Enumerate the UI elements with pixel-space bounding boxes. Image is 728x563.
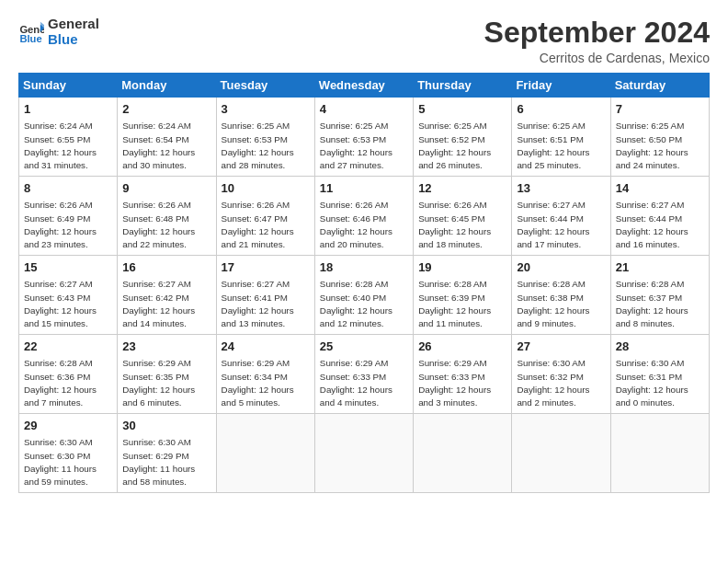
logo-icon: General Blue bbox=[18, 19, 44, 45]
day-number: 13 bbox=[517, 180, 605, 197]
table-row: 30Sunrise: 6:30 AMSunset: 6:29 PMDayligh… bbox=[118, 414, 216, 493]
day-info: Sunrise: 6:30 AMSunset: 6:32 PMDaylight:… bbox=[517, 357, 605, 409]
table-row: 22Sunrise: 6:28 AMSunset: 6:36 PMDayligh… bbox=[19, 335, 118, 414]
table-row: 23Sunrise: 6:29 AMSunset: 6:35 PMDayligh… bbox=[118, 335, 216, 414]
day-number: 17 bbox=[222, 259, 310, 276]
col-tuesday: Tuesday bbox=[216, 74, 314, 98]
day-number: 28 bbox=[616, 339, 704, 355]
day-info: Sunrise: 6:27 AMSunset: 6:43 PMDaylight:… bbox=[24, 278, 112, 330]
col-friday: Friday bbox=[512, 74, 610, 98]
table-row: 26Sunrise: 6:29 AMSunset: 6:33 PMDayligh… bbox=[414, 335, 512, 414]
day-number: 14 bbox=[616, 180, 704, 197]
day-info: Sunrise: 6:26 AMSunset: 6:47 PMDaylight:… bbox=[222, 199, 310, 251]
subtitle: Cerritos de Cardenas, Mexico bbox=[484, 51, 710, 65]
day-number: 11 bbox=[320, 180, 408, 197]
table-row: 5Sunrise: 6:25 AMSunset: 6:52 PMDaylight… bbox=[414, 98, 512, 177]
col-thursday: Thursday bbox=[414, 74, 512, 98]
day-number: 18 bbox=[320, 259, 408, 276]
table-row: 18Sunrise: 6:28 AMSunset: 6:40 PMDayligh… bbox=[314, 256, 413, 335]
day-info: Sunrise: 6:25 AMSunset: 6:53 PMDaylight:… bbox=[222, 120, 310, 172]
day-number: 26 bbox=[418, 339, 506, 355]
table-row: 3Sunrise: 6:25 AMSunset: 6:53 PMDaylight… bbox=[216, 98, 314, 177]
table-row bbox=[512, 414, 610, 493]
day-number: 24 bbox=[222, 339, 310, 355]
main-title: September 2024 bbox=[484, 17, 710, 49]
calendar-week-row: 15Sunrise: 6:27 AMSunset: 6:43 PMDayligh… bbox=[19, 256, 710, 335]
table-row: 21Sunrise: 6:28 AMSunset: 6:37 PMDayligh… bbox=[610, 256, 709, 335]
day-number: 5 bbox=[418, 101, 506, 118]
day-number: 20 bbox=[517, 259, 605, 276]
calendar-week-row: 8Sunrise: 6:26 AMSunset: 6:49 PMDaylight… bbox=[19, 177, 710, 256]
day-info: Sunrise: 6:26 AMSunset: 6:48 PMDaylight:… bbox=[122, 199, 210, 251]
day-info: Sunrise: 6:26 AMSunset: 6:46 PMDaylight:… bbox=[320, 199, 408, 251]
day-info: Sunrise: 6:28 AMSunset: 6:37 PMDaylight:… bbox=[616, 278, 704, 330]
calendar-week-row: 1Sunrise: 6:24 AMSunset: 6:55 PMDaylight… bbox=[19, 98, 710, 177]
day-info: Sunrise: 6:25 AMSunset: 6:53 PMDaylight:… bbox=[320, 120, 408, 172]
day-info: Sunrise: 6:27 AMSunset: 6:42 PMDaylight:… bbox=[122, 278, 210, 330]
day-number: 30 bbox=[122, 418, 210, 434]
table-row: 27Sunrise: 6:30 AMSunset: 6:32 PMDayligh… bbox=[512, 335, 610, 414]
day-info: Sunrise: 6:29 AMSunset: 6:35 PMDaylight:… bbox=[122, 357, 210, 409]
calendar-table: Sunday Monday Tuesday Wednesday Thursday… bbox=[18, 73, 710, 493]
table-row: 28Sunrise: 6:30 AMSunset: 6:31 PMDayligh… bbox=[610, 335, 709, 414]
day-number: 9 bbox=[122, 180, 210, 197]
table-row: 12Sunrise: 6:26 AMSunset: 6:45 PMDayligh… bbox=[414, 177, 512, 256]
day-info: Sunrise: 6:26 AMSunset: 6:45 PMDaylight:… bbox=[418, 199, 506, 251]
col-wednesday: Wednesday bbox=[314, 74, 413, 98]
day-info: Sunrise: 6:28 AMSunset: 6:36 PMDaylight:… bbox=[24, 357, 112, 409]
day-info: Sunrise: 6:28 AMSunset: 6:40 PMDaylight:… bbox=[320, 278, 408, 330]
day-info: Sunrise: 6:30 AMSunset: 6:30 PMDaylight:… bbox=[24, 436, 112, 488]
day-number: 22 bbox=[24, 339, 112, 355]
table-row bbox=[314, 414, 413, 493]
day-info: Sunrise: 6:30 AMSunset: 6:31 PMDaylight:… bbox=[616, 357, 704, 409]
col-sunday: Sunday bbox=[19, 74, 118, 98]
col-monday: Monday bbox=[118, 74, 216, 98]
day-info: Sunrise: 6:27 AMSunset: 6:44 PMDaylight:… bbox=[517, 199, 605, 251]
day-info: Sunrise: 6:27 AMSunset: 6:41 PMDaylight:… bbox=[222, 278, 310, 330]
day-info: Sunrise: 6:29 AMSunset: 6:34 PMDaylight:… bbox=[222, 357, 310, 409]
table-row: 19Sunrise: 6:28 AMSunset: 6:39 PMDayligh… bbox=[414, 256, 512, 335]
table-row: 16Sunrise: 6:27 AMSunset: 6:42 PMDayligh… bbox=[118, 256, 216, 335]
day-info: Sunrise: 6:29 AMSunset: 6:33 PMDaylight:… bbox=[418, 357, 506, 409]
logo: General Blue General Blue bbox=[18, 17, 99, 47]
day-number: 3 bbox=[222, 101, 310, 118]
day-number: 1 bbox=[24, 101, 112, 118]
day-info: Sunrise: 6:25 AMSunset: 6:52 PMDaylight:… bbox=[418, 120, 506, 172]
day-number: 6 bbox=[517, 101, 605, 118]
day-number: 12 bbox=[418, 180, 506, 197]
svg-text:Blue: Blue bbox=[19, 33, 41, 44]
day-number: 10 bbox=[222, 180, 310, 197]
table-row: 24Sunrise: 6:29 AMSunset: 6:34 PMDayligh… bbox=[216, 335, 314, 414]
day-number: 23 bbox=[122, 339, 210, 355]
table-row: 7Sunrise: 6:25 AMSunset: 6:50 PMDaylight… bbox=[610, 98, 709, 177]
table-row: 20Sunrise: 6:28 AMSunset: 6:38 PMDayligh… bbox=[512, 256, 610, 335]
day-number: 4 bbox=[320, 101, 408, 118]
col-saturday: Saturday bbox=[610, 74, 709, 98]
table-row bbox=[414, 414, 512, 493]
table-row: 2Sunrise: 6:24 AMSunset: 6:54 PMDaylight… bbox=[118, 98, 216, 177]
day-info: Sunrise: 6:24 AMSunset: 6:55 PMDaylight:… bbox=[24, 120, 112, 172]
table-row: 10Sunrise: 6:26 AMSunset: 6:47 PMDayligh… bbox=[216, 177, 314, 256]
day-number: 15 bbox=[24, 259, 112, 276]
header: General Blue General Blue September 2024… bbox=[18, 17, 710, 65]
day-info: Sunrise: 6:28 AMSunset: 6:39 PMDaylight:… bbox=[418, 278, 506, 330]
day-info: Sunrise: 6:25 AMSunset: 6:51 PMDaylight:… bbox=[517, 120, 605, 172]
table-row: 17Sunrise: 6:27 AMSunset: 6:41 PMDayligh… bbox=[216, 256, 314, 335]
table-row: 14Sunrise: 6:27 AMSunset: 6:44 PMDayligh… bbox=[610, 177, 709, 256]
day-info: Sunrise: 6:25 AMSunset: 6:50 PMDaylight:… bbox=[616, 120, 704, 172]
table-row: 8Sunrise: 6:26 AMSunset: 6:49 PMDaylight… bbox=[19, 177, 118, 256]
calendar-week-row: 22Sunrise: 6:28 AMSunset: 6:36 PMDayligh… bbox=[19, 335, 710, 414]
table-row: 4Sunrise: 6:25 AMSunset: 6:53 PMDaylight… bbox=[314, 98, 413, 177]
logo-line2: Blue bbox=[48, 32, 99, 48]
table-row: 29Sunrise: 6:30 AMSunset: 6:30 PMDayligh… bbox=[19, 414, 118, 493]
table-row: 11Sunrise: 6:26 AMSunset: 6:46 PMDayligh… bbox=[314, 177, 413, 256]
day-info: Sunrise: 6:24 AMSunset: 6:54 PMDaylight:… bbox=[122, 120, 210, 172]
page: General Blue General Blue September 2024… bbox=[0, 0, 728, 502]
day-info: Sunrise: 6:28 AMSunset: 6:38 PMDaylight:… bbox=[517, 278, 605, 330]
table-row: 1Sunrise: 6:24 AMSunset: 6:55 PMDaylight… bbox=[19, 98, 118, 177]
day-number: 19 bbox=[418, 259, 506, 276]
day-info: Sunrise: 6:29 AMSunset: 6:33 PMDaylight:… bbox=[320, 357, 408, 409]
day-number: 16 bbox=[122, 259, 210, 276]
calendar-header-row: Sunday Monday Tuesday Wednesday Thursday… bbox=[19, 74, 710, 98]
logo-line1: General bbox=[48, 17, 99, 32]
